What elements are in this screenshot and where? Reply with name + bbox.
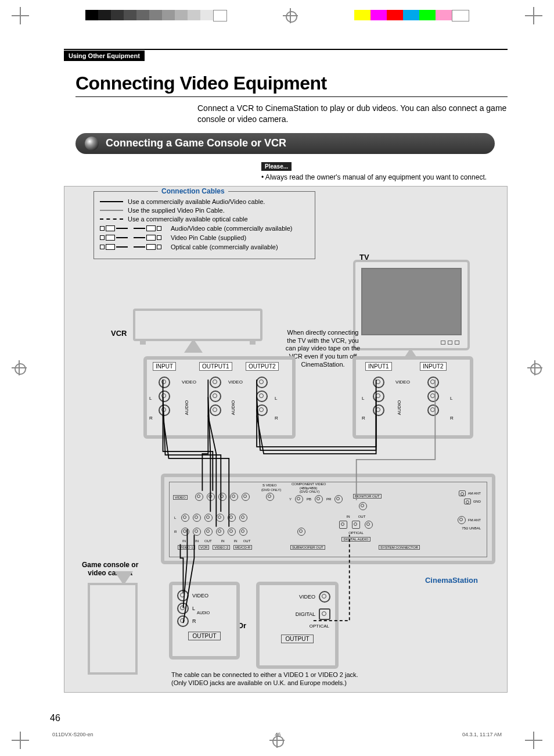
rca-jack-icon (207, 493, 215, 501)
diagram-footnote: The cable can be connected to either a V… (171, 671, 358, 687)
rca-jack-icon (216, 528, 224, 536)
legend-line: Use a commercially available Audio/Video… (128, 198, 265, 205)
jack-label: VCR (199, 545, 210, 550)
rca-jack-icon (193, 528, 201, 536)
rca-jack-icon (297, 528, 305, 536)
jack-label: AM ANT (468, 492, 481, 495)
registration-cross-icon (527, 360, 542, 375)
jack-label: COMPONENT VIDEO (292, 482, 326, 486)
rca-jack-icon (373, 404, 384, 416)
please-label: Please... (261, 162, 292, 171)
jack-label: AUDIO (197, 611, 210, 615)
jack-label: R (275, 415, 278, 421)
footnote-line: The cable can be connected to either a V… (171, 671, 358, 679)
connection-diagram: Connection Cables Use a commercially ava… (64, 186, 508, 693)
rca-jack-icon (334, 495, 343, 503)
jack-label: L (192, 605, 195, 611)
game-output-panel-optical: VIDEO DIGITAL OPTICAL OUTPUT (256, 582, 339, 669)
jack-label: L (174, 516, 176, 519)
rca-jack-icon (177, 603, 189, 614)
legend-box: Connection Cables Use a commercially ava… (93, 191, 315, 259)
rca-jack-icon (204, 528, 213, 536)
page-number: 46 (50, 713, 60, 723)
rca-jack-icon (239, 528, 247, 536)
pointer-icon (184, 339, 203, 353)
jack-label: PB (307, 497, 311, 501)
rca-jack-icon (458, 516, 466, 524)
optical-plug-icon (100, 244, 128, 250)
jack-label: GND (473, 500, 481, 503)
crop-mark-icon (525, 732, 542, 749)
rca-jack-icon (159, 404, 170, 416)
crop-mark-icon (525, 7, 542, 24)
registration-bottom (0, 732, 554, 749)
rca-jack-icon (195, 493, 203, 501)
jack-label: VIDEO (192, 593, 208, 599)
jack-label: SUBWOOFER OUT (290, 545, 325, 550)
jack-label: MD/CD-R (233, 545, 252, 550)
rca-jack-icon (193, 514, 201, 522)
jack-label: R (450, 415, 454, 421)
jack-label: VIDEO (173, 495, 188, 500)
port-header: OUTPUT1 (199, 362, 232, 371)
jack-label: FM ANT (468, 518, 481, 522)
footnote-line: (Only VIDEO jacks are available on U.K. … (171, 679, 358, 687)
rca-jack-icon (256, 390, 268, 402)
rca-jack-icon (228, 514, 236, 522)
rca-jack-icon (181, 514, 189, 522)
terminal-icon (459, 490, 466, 496)
jack-label: AUDIO (397, 400, 402, 415)
jack-label: VIDEO 2 (213, 545, 230, 550)
jack-label: IN (347, 515, 350, 518)
jack-label: OUT (358, 515, 366, 518)
port-header: INPUT2 (420, 362, 447, 371)
optical-jack-icon (352, 521, 360, 529)
rca-jack-icon (218, 493, 226, 501)
vcr-label: VCR (111, 329, 127, 338)
page-title: Connecting Video Equipment (75, 73, 508, 94)
jack-label: L (275, 396, 277, 401)
rca-jack-icon (239, 514, 247, 522)
jack-label: OUT (243, 539, 251, 543)
jack-label: PR (326, 497, 331, 501)
legend-cable: Video Pin Cable (supplied) (171, 234, 246, 241)
jack-label: SYSTEM CONNECTOR (379, 545, 420, 550)
port-header: OUTPUT2 (246, 362, 279, 371)
rca-jack-icon (319, 591, 330, 603)
jack-label: OPTICAL (264, 624, 329, 629)
jack-label: S VIDEO (262, 483, 276, 487)
registration-top (0, 7, 554, 24)
jack-label: VIDEO (228, 379, 243, 385)
jack-label: OPTICAL (348, 531, 364, 535)
rca-plug-icon (100, 225, 128, 231)
jack-label: OUT (204, 539, 212, 543)
subsection-header: Connecting a Game Console or VCR (75, 133, 495, 154)
rca-jack-icon (359, 502, 367, 510)
jack-label: L (149, 396, 152, 401)
jack-label: R (192, 618, 196, 624)
jack-label: DIGITAL (296, 611, 315, 617)
jack-label: Y (289, 497, 292, 501)
jack-label: VIDEO (182, 379, 196, 385)
rca-jack-icon (295, 495, 303, 503)
jack-label: AUDIO (184, 400, 189, 415)
jack-label: L (362, 396, 364, 401)
rca-plug-icon (100, 235, 128, 241)
jack-label: L (450, 396, 452, 401)
jack-label: IN (234, 539, 238, 543)
rca-jack-icon (256, 377, 268, 388)
jack-label: R (149, 415, 153, 421)
jack-label: VIDEO (299, 594, 315, 600)
rca-jack-icon (427, 390, 439, 402)
port-header: INPUT (153, 362, 176, 371)
registration-cross-icon (283, 8, 298, 23)
legend-cable: Audio/Video cable (commercially availabl… (171, 225, 293, 232)
port-header: OUTPUT (281, 635, 313, 643)
please-text: • Always read the owner's manual of any … (261, 173, 508, 181)
jack-label: VIDEO (395, 379, 410, 385)
optical-jack-icon (319, 608, 330, 620)
vcr-device-icon (133, 309, 262, 341)
vcr-rear-panel: INPUT VIDEO L R AUDIO OUTPUT1 VIDEO AUDI… (143, 356, 296, 439)
jack-label: DIGITAL AUDIO (341, 537, 370, 542)
bullet-icon (85, 137, 99, 151)
